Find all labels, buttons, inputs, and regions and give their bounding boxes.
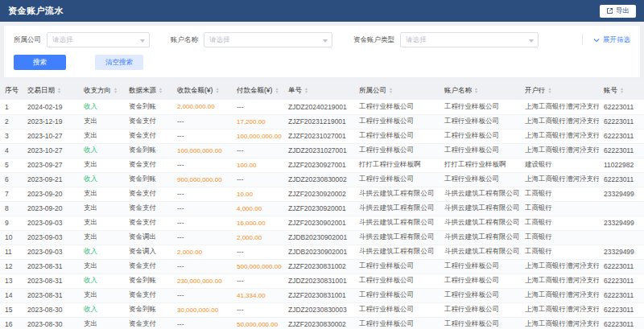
cell-source: 资金支付 [124,158,172,172]
cell-account-number: 62223011 [599,114,644,129]
table-row[interactable]: 52023-09-27支出资金支付---100.00ZJZF2023092700… [0,158,644,172]
cell-account-number [599,230,644,245]
cell-date: 2023-09-20 [23,187,79,201]
cell-bank: 上海工商银行漕河泾支行 [520,172,599,187]
cell-doc-number: ZJDZ20230830003 [283,302,354,317]
cell-receipt-amount: 2,000,000.00 [172,100,232,114]
cell-payment-amount: 500,000,000.00 [232,259,283,273]
export-button[interactable]: 导出 [600,5,636,18]
cell-receipt-amount: --- [172,216,232,230]
clear-search-button[interactable]: 清空搜索 [95,55,143,70]
table-row[interactable]: 72023-09-20支出资金支付---10.00ZJZF20230920002… [0,187,644,201]
column-header[interactable]: 收款金额(¥)▲▼ [172,82,232,100]
sort-icon[interactable]: ▲▼ [548,87,552,93]
cell-source: 资金调入 [124,245,172,259]
column-label: 序号 [5,86,19,94]
table-row[interactable]: 42023-10-27收入资金到账100,000,000.00---ZJDZ20… [0,143,644,158]
sort-icon[interactable]: ▲▼ [275,87,279,93]
cell-account-name: 斗拱云建筑工程有限公司 [440,216,520,230]
cell-receipt-amount: 230,000,000.00 [172,273,232,288]
sort-icon[interactable]: ▲▼ [304,87,308,93]
cell-bank: 工商银行 [520,201,599,216]
cell-date: 2023-09-03 [23,245,79,259]
cell-direction: 收入 [79,245,124,259]
table-row[interactable]: 22023-12-19支出资金支付---17,200.00ZJZF2023121… [0,114,644,129]
chevron-down-icon [593,38,600,43]
chevron-down-icon [529,39,534,43]
sort-icon[interactable]: ▲▼ [57,87,61,93]
cell-company: 工程行业样板公司 [354,172,440,187]
cell-account-name: 工程行业样板公司 [440,302,520,317]
column-header[interactable]: 开户行▲▼ [520,82,599,100]
table-row[interactable]: 112023-09-03收入资金调入2,000.00---ZJDB2023090… [0,245,644,259]
cell-payment-amount: 100,000,000.00 [232,129,283,143]
company-select[interactable]: 请选择 [47,32,150,47]
account-name-select[interactable]: 请选择 [204,32,332,47]
cell-date: 2024-02-19 [23,100,79,114]
cell-direction: 支出 [79,201,124,216]
cell-date: 2023-12-19 [23,114,79,129]
cell-account-number: 62223011 [599,273,644,288]
sort-icon[interactable]: ▲▼ [114,87,118,93]
cell-doc-number: ZJZF20230831001 [283,288,354,302]
cell-account-number: 62223011 [599,100,644,114]
column-header[interactable]: 单号▲▼ [283,82,354,100]
sort-icon[interactable]: ▲▼ [389,87,393,93]
table-row[interactable]: 142023-08-31支出资金支付---41,334.00ZJZF202308… [0,288,644,302]
column-header[interactable]: 付款金额(¥)▲▼ [232,82,283,100]
table-row[interactable]: 152023-08-30收入资金到账30,000,000.00---ZJDZ20… [0,302,644,317]
cell-account-number: 62223011 [599,172,644,187]
cell-index: 7 [0,187,23,201]
table-row[interactable]: 122023-08-31支出资金支付---500,000,000.00ZJZF2… [0,259,644,273]
column-header[interactable]: 账号▲▼ [599,82,644,100]
column-header[interactable]: 交易日期▲▼ [23,82,79,100]
table-row[interactable]: 102023-09-03支出资金调出---2,000.00ZJDB2023090… [0,230,644,245]
sort-icon[interactable]: ▲▼ [215,87,219,93]
table-row[interactable]: 162023-08-30支出资金支付---50,000,000.00ZJZF20… [0,317,644,329]
sort-icon[interactable]: ▲▼ [620,87,624,93]
expand-filter-link[interactable]: 展开筛选 [582,35,630,45]
account-type-select[interactable]: 请选择 [400,32,539,47]
cell-index: 10 [0,230,23,245]
column-label: 单号 [288,86,302,94]
search-button[interactable]: 搜索 [14,55,66,70]
cell-doc-number: ZJZF20230902001 [283,216,354,230]
cell-company: 工程行业样板公司 [354,302,440,317]
cell-company: 工程行业样板公司 [354,273,440,288]
sort-icon[interactable]: ▲▼ [159,87,163,93]
cell-account-number: 62223011 [599,317,644,329]
cell-date: 2023-10-27 [23,129,79,143]
cell-direction: 支出 [79,114,124,129]
column-header[interactable]: 所属公司▲▼ [354,82,440,100]
cell-date: 2023-08-31 [23,288,79,302]
cell-direction: 收入 [79,273,124,288]
table-row[interactable]: 92023-09-03支出资金支付---16,000.00ZJZF2023090… [0,216,644,230]
table-row[interactable]: 82023-09-20支出资金支付---4,000.00ZJZF20230920… [0,201,644,216]
transactions-table: 序号交易日期▲▼收支方向▲▼数据来源▲▼收款金额(¥)▲▼付款金额(¥)▲▼单号… [0,82,644,329]
cell-payment-amount: 41,334.00 [232,288,283,302]
cell-bank: 工商银行 [520,230,599,245]
cell-company: 斗拱云建筑工程有限公司 [354,216,440,230]
cell-direction: 支出 [79,288,124,302]
cell-company: 工程行业样板公司 [354,143,440,158]
chevron-down-icon [323,39,328,43]
cell-doc-number: ZJZF20231027001 [283,129,354,143]
sort-icon[interactable]: ▲▼ [474,87,478,93]
column-header[interactable]: 收支方向▲▼ [79,82,124,100]
company-select-placeholder: 请选择 [52,35,73,45]
cell-receipt-amount: --- [172,129,232,143]
table-row[interactable]: 12024-02-19收入资金到账2,000,000.00---ZJDZ2024… [0,100,644,114]
cell-source: 资金支付 [124,201,172,216]
cell-bank: 上海工商银行漕河泾支行 [520,288,599,302]
table-row[interactable]: 62023-09-21收入资金到账900,000,000.00---ZJDZ20… [0,172,644,187]
column-header[interactable]: 数据来源▲▼ [124,82,172,100]
company-filter-label: 所属公司 [14,35,41,45]
cell-direction: 支出 [79,259,124,273]
cell-index: 8 [0,201,23,216]
column-label: 账户名称 [444,86,472,94]
cell-doc-number: ZJZF20230927001 [283,158,354,172]
cell-payment-amount: 17,200.00 [232,114,283,129]
table-row[interactable]: 32023-10-27支出资金支付---100,000,000.00ZJZF20… [0,129,644,143]
column-header[interactable]: 账户名称▲▼ [440,82,520,100]
table-row[interactable]: 132023-08-31收入资金到账230,000,000.00---ZJDZ2… [0,273,644,288]
